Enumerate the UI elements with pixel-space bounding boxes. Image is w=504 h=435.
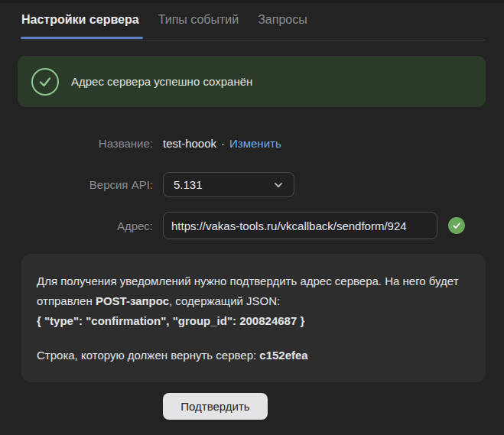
api-version-selected-value: 5.131: [174, 178, 203, 191]
return-string-label: Строка, которую должен вернуть сервер:: [37, 349, 259, 362]
confirmation-info-box: Для получения уведомлений нужно подтверд…: [21, 254, 486, 382]
server-name-value: test-hoook: [163, 137, 216, 150]
edit-name-link[interactable]: Изменить: [229, 137, 281, 150]
server-settings-panel: Настройки сервера Типы событий Запросы А…: [0, 0, 504, 435]
instructions-text-end: , содержащий JSON:: [169, 294, 280, 307]
confirm-button[interactable]: Подтвердить: [163, 393, 268, 420]
success-banner: Адрес сервера успешно сохранён: [18, 56, 486, 107]
server-address-label: Адрес:: [0, 219, 153, 232]
tab-bar: Настройки сервера Типы событий Запросы: [21, 13, 307, 39]
tab-server-settings[interactable]: Настройки сервера: [21, 13, 139, 39]
tab-bar-divider: [21, 40, 485, 41]
server-name-row: Название: test-hoook · Изменить: [0, 134, 504, 152]
server-address-input[interactable]: [163, 212, 437, 239]
confirmation-code: c152efea: [259, 349, 307, 362]
api-version-row: Версия API: 5.131: [0, 172, 504, 197]
check-circle-filled-icon: [448, 217, 465, 234]
confirmation-string-line: Строка, которую должен вернуть сервер: c…: [37, 346, 469, 365]
tab-event-types[interactable]: Типы событий: [158, 13, 239, 39]
separator-dot: ·: [221, 137, 225, 150]
api-version-label: Версия API:: [0, 178, 153, 191]
api-version-select[interactable]: 5.131: [163, 172, 294, 197]
check-circle-outline-icon: [31, 68, 59, 96]
post-request-term: POST-запрос: [96, 294, 169, 307]
server-address-row: Адрес:: [0, 212, 504, 239]
chevron-down-icon: [272, 179, 285, 191]
window-top-edge: [0, 0, 504, 3]
json-payload-text: { "type": "confirmation", "group_id": 20…: [37, 314, 304, 327]
confirmation-instructions: Для получения уведомлений нужно подтверд…: [37, 271, 469, 311]
confirmation-json-line: { "type": "confirmation", "group_id": 20…: [37, 311, 469, 331]
tab-requests[interactable]: Запросы: [258, 13, 307, 39]
server-name-label: Название:: [0, 137, 153, 150]
success-banner-message: Адрес сервера успешно сохранён: [71, 75, 252, 88]
